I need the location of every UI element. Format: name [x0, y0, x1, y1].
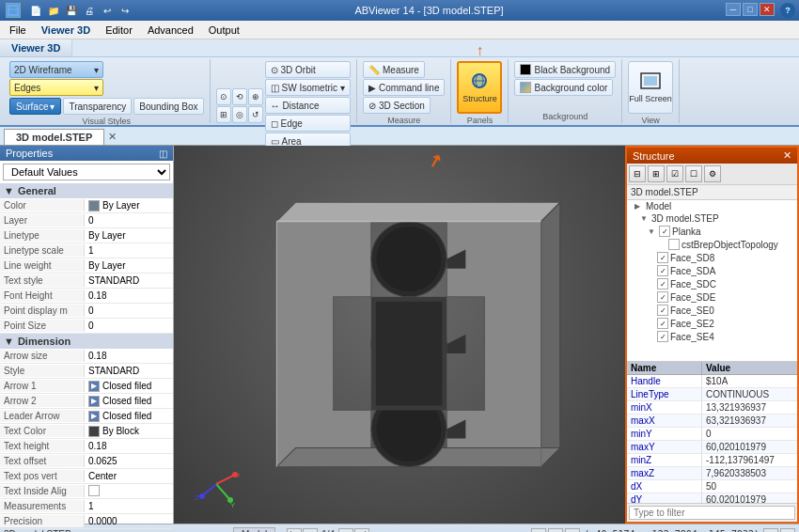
svg-point-24: [199, 493, 205, 499]
struct-btn-collapse[interactable]: ⊟: [629, 165, 646, 182]
nav-prev[interactable]: ◀: [303, 528, 318, 533]
distance-icon: ↔: [271, 101, 280, 111]
prop-color: Color By Layer: [0, 198, 173, 213]
tree-item-face-se4[interactable]: ✓ Face_SE4: [627, 330, 797, 343]
tree-item-face-sda[interactable]: ✓ Face_SDA: [627, 264, 797, 277]
struct-btn-settings[interactable]: ⚙: [704, 165, 721, 182]
tree-arrow-3dmodel: ▼: [640, 214, 650, 223]
btn-structure-label: Structure: [462, 94, 497, 103]
prop-textstyle: Text style STANDARD: [0, 274, 173, 289]
tree-item-face-se0[interactable]: ✓ Face_SE0: [627, 304, 797, 317]
sw-iso-icon: ◫: [271, 83, 279, 93]
nav-next[interactable]: ▶: [338, 528, 353, 533]
check-face-se4[interactable]: ✓: [657, 331, 668, 342]
check-face-sda[interactable]: ✓: [657, 265, 668, 276]
doc-tab-active[interactable]: 3D model.STEP: [4, 129, 104, 145]
svg-line-19: [216, 475, 235, 484]
dropdown-arrow-icon: ▾: [94, 65, 99, 75]
btn-orbit-label[interactable]: ⊙ 3D Orbit: [265, 61, 351, 78]
btn-sw-iso[interactable]: ⟲: [232, 88, 247, 105]
close-button[interactable]: ✕: [760, 3, 775, 16]
maximize-button[interactable]: □: [743, 3, 758, 16]
ribbon: Viewer 3D 2D Wireframe ▾ Edges ▾ Surface…: [0, 39, 799, 127]
structure-tree[interactable]: ▶ Model ▼ 3D model.STEP ▼ ✓ Planka cstBr…: [627, 200, 797, 362]
tree-item-cst[interactable]: cstBrepObjectTopology: [627, 238, 797, 251]
btn-nav6[interactable]: ↺: [248, 106, 263, 123]
section-dimension[interactable]: ▼ Dimension: [0, 334, 173, 349]
fit-btn[interactable]: ⊡: [565, 528, 580, 533]
nav-last[interactable]: ▶|: [354, 528, 369, 533]
nav-first[interactable]: |◀: [287, 528, 302, 533]
btn-black-bg[interactable]: Black Background: [514, 61, 616, 78]
btn-sw-isometric[interactable]: ◫ SW Isometric ▾: [265, 79, 351, 96]
tab-viewer3d[interactable]: Viewer 3D: [0, 39, 72, 56]
quick-access-undo[interactable]: ↩: [100, 3, 115, 18]
btn-edges[interactable]: Edges ▾: [9, 79, 103, 96]
quick-access-new[interactable]: 📄: [28, 3, 43, 18]
view-ctrl-2[interactable]: ⊞: [780, 528, 795, 533]
struct-btn-expand[interactable]: ⊞: [648, 165, 665, 182]
pin-button[interactable]: ◫: [159, 149, 167, 159]
menu-file[interactable]: File: [2, 23, 34, 38]
minimize-button[interactable]: ─: [726, 3, 741, 16]
btn-nav3[interactable]: ⊕: [248, 88, 263, 105]
3d-viewport[interactable]: X Y Z ↗: [174, 146, 625, 524]
area-icon: ▭: [271, 136, 279, 147]
zoom-out-btn[interactable]: -: [548, 528, 563, 533]
struct-btn-uncheckall[interactable]: ☐: [685, 165, 702, 182]
view-ctrl-1[interactable]: ◧: [763, 528, 778, 533]
check-face-sd8[interactable]: ✓: [657, 252, 668, 263]
check-cst[interactable]: [668, 239, 680, 250]
btn-command-line[interactable]: ▶ Command line: [363, 79, 445, 96]
menu-advanced[interactable]: Advanced: [140, 23, 201, 38]
btn-distance[interactable]: ↔ Distance: [265, 97, 351, 114]
document-tabs: 3D model.STEP ✕: [0, 127, 799, 146]
quick-access-save[interactable]: 💾: [64, 3, 79, 18]
prop-precision: Precision 0.0000: [0, 514, 173, 529]
btn-structure[interactable]: Structure: [457, 61, 502, 114]
btn-orbit[interactable]: ⊙: [216, 88, 231, 105]
btn-edge[interactable]: ◻ Edge: [265, 115, 351, 132]
menu-editor[interactable]: Editor: [98, 23, 140, 38]
tree-item-face-sdc[interactable]: ✓ Face_SDC: [627, 277, 797, 290]
quick-access-open[interactable]: 📁: [46, 3, 61, 18]
zoom-in-btn[interactable]: +: [531, 528, 546, 533]
quick-access-print[interactable]: 🖨: [82, 3, 97, 18]
btn-bounding-box[interactable]: Bounding Box: [133, 98, 203, 115]
tree-item-3dmodel[interactable]: ▼ 3D model.STEP: [627, 212, 797, 225]
close-tab-btn[interactable]: ✕: [108, 131, 117, 145]
btn-3d-section[interactable]: ⊘ 3D Section: [363, 97, 431, 114]
btn-full-screen[interactable]: Full Screen: [628, 61, 673, 114]
tree-item-face-sd8[interactable]: ✓ Face_SD8: [627, 251, 797, 264]
properties-dropdown[interactable]: Default Values: [3, 164, 170, 180]
model-tab-label[interactable]: Model: [233, 527, 275, 532]
check-face-se0[interactable]: ✓: [657, 305, 668, 316]
check-face-sdc[interactable]: ✓: [657, 278, 668, 289]
menu-output[interactable]: Output: [201, 23, 247, 38]
btn-bg-color[interactable]: Background color: [514, 79, 613, 96]
help-icon[interactable]: ?: [780, 3, 795, 18]
menu-viewer3d[interactable]: Viewer 3D: [34, 23, 98, 38]
tree-item-planka[interactable]: ▼ ✓ Planka: [627, 225, 797, 238]
filter-input[interactable]: [629, 506, 795, 520]
quick-access-redo[interactable]: ↪: [118, 3, 133, 18]
prop-layer: Layer 0: [0, 213, 173, 228]
tree-item-face-se2[interactable]: ✓ Face_SE2: [627, 317, 797, 330]
btn-transparency[interactable]: Transparency: [63, 98, 132, 115]
btn-nav4[interactable]: ⊞: [216, 106, 231, 123]
3d-model-svg: [174, 146, 625, 524]
check-planka[interactable]: ✓: [659, 226, 670, 237]
check-face-sde[interactable]: ✓: [657, 291, 668, 303]
section-general[interactable]: ▼ General: [0, 183, 173, 198]
struct-btn-checkall[interactable]: ☑: [666, 165, 683, 182]
btn-nav5[interactable]: ◎: [232, 106, 247, 123]
edge-icon: ◻: [271, 118, 278, 129]
tree-item-model[interactable]: ▶ Model: [627, 200, 797, 212]
check-face-se2[interactable]: ✓: [657, 318, 668, 329]
structure-title: Structure: [633, 150, 675, 162]
tree-item-face-sde[interactable]: ✓ Face_SDE: [627, 290, 797, 304]
btn-surface[interactable]: Surface ▾: [9, 98, 61, 115]
structure-close-icon[interactable]: ✕: [783, 149, 791, 162]
btn-2d-wireframe[interactable]: 2D Wireframe ▾: [9, 61, 103, 78]
btn-measure[interactable]: 📏 Measure: [363, 61, 425, 78]
